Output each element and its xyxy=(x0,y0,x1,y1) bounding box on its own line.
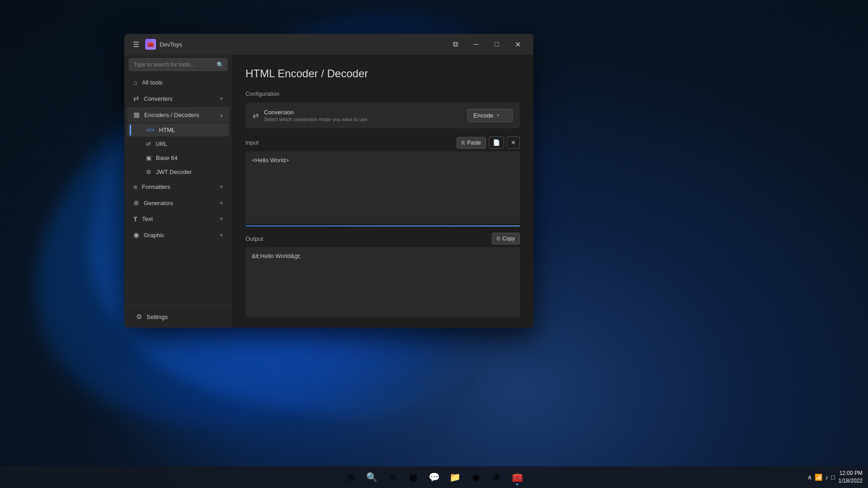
close-button[interactable]: ✕ xyxy=(507,37,528,52)
system-tray-icons: ∧ 📶 ♪ □ xyxy=(807,474,835,481)
output-section: Output ⎘ Copy &lt;Hello World&gt; xyxy=(245,233,520,317)
logo-icon: 🧰 xyxy=(147,41,154,47)
formatters-label: Formatters xyxy=(142,183,170,190)
sidebar-item-url[interactable]: ⇄ URL xyxy=(127,137,229,150)
widgets-button[interactable]: ▦ xyxy=(404,468,422,486)
devtoys-button[interactable]: 🧰 xyxy=(508,468,526,486)
formatters-chevron: ▾ xyxy=(220,184,223,190)
expand-tray-icon[interactable]: ∧ xyxy=(807,474,812,481)
window-controls: ⧉ ─ □ ✕ xyxy=(445,37,528,52)
start-button[interactable]: ⊞ xyxy=(342,468,360,486)
main-content: HTML Encoder / Decoder Configuration ⇄ C… xyxy=(232,55,533,328)
taskbar-search-icon: 🔍 xyxy=(366,472,377,483)
dropdown-chevron-icon: ▾ xyxy=(497,113,500,118)
open-file-button[interactable]: 📄 xyxy=(489,136,504,149)
task-view-button[interactable]: ⧉ xyxy=(383,468,401,486)
input-actions: ⎘ Paste 📄 ✕ xyxy=(457,136,520,149)
sidebar: 🔍 ⌂ All tools ⇄ Converters ▾ ▦ Encoders … xyxy=(124,55,232,328)
conversion-icon: ⇄ xyxy=(253,111,259,120)
app-logo: 🧰 xyxy=(145,39,156,50)
html-label: HTML xyxy=(159,127,175,133)
input-label: Input xyxy=(245,139,457,146)
sidebar-item-converters[interactable]: ⇄ Converters ▾ xyxy=(127,91,229,106)
clock[interactable]: 12:00 PM 1/18/2022 xyxy=(839,469,863,485)
encoders-chevron: ▴ xyxy=(220,112,223,118)
explorer-button[interactable]: 📁 xyxy=(446,468,464,486)
sidebar-item-jwt-decoder[interactable]: ⚙ JWT Decoder xyxy=(127,165,229,178)
app-title: DevToys xyxy=(160,41,445,48)
converters-icon: ⇄ xyxy=(133,94,139,103)
base64-icon: ▣ xyxy=(146,155,151,161)
sidebar-item-generators[interactable]: ⊕ Generators ▾ xyxy=(127,195,229,211)
output-header: Output ⎘ Copy xyxy=(245,233,520,244)
menu-button[interactable]: ☰ xyxy=(130,38,142,51)
copy-button[interactable]: ⎘ Copy xyxy=(492,233,520,244)
sidebar-item-text[interactable]: T Text ▾ xyxy=(127,211,229,226)
date-display: 1/18/2022 xyxy=(839,477,863,485)
input-header: Input ⎘ Paste 📄 ✕ xyxy=(245,136,520,149)
conversion-info: Conversion Select which conversion mode … xyxy=(264,109,467,122)
sidebar-bottom: ⚙ Settings xyxy=(124,305,232,328)
converters-label: Converters xyxy=(144,95,173,102)
edge-icon: ◉ xyxy=(472,472,480,483)
minimize-icon: ─ xyxy=(473,40,478,48)
encode-decode-dropdown[interactable]: Encode ▾ xyxy=(467,109,513,122)
encoders-icon: ▦ xyxy=(133,111,140,119)
taskbar-center: ⊞ 🔍 ⧉ ▦ 💬 📁 ◉ ⊕ 🧰 xyxy=(342,468,526,486)
sidebar-item-encoders-decoders[interactable]: ▦ Encoders / Decoders ▴ xyxy=(127,107,229,122)
input-textarea[interactable]: <Hello World> xyxy=(245,151,520,224)
generators-icon: ⊕ xyxy=(133,199,139,207)
base64-label: Base 64 xyxy=(156,155,178,161)
search-button[interactable]: 🔍 xyxy=(363,468,381,486)
search-input[interactable] xyxy=(129,58,227,71)
store-button[interactable]: ⊕ xyxy=(487,468,505,486)
sidebar-item-graphic[interactable]: ◉ Graphic ▾ xyxy=(127,227,229,243)
app-body: 🔍 ⌂ All tools ⇄ Converters ▾ ▦ Encoders … xyxy=(124,55,533,328)
text-chevron: ▾ xyxy=(220,216,223,222)
snap-button[interactable]: ⧉ xyxy=(445,37,466,52)
conversion-title: Conversion xyxy=(264,109,467,116)
title-bar: ☰ 🧰 DevToys ⧉ ─ □ ✕ xyxy=(124,34,533,55)
url-label: URL xyxy=(156,141,167,147)
formatters-icon: ≡ xyxy=(133,183,137,191)
page-title: HTML Encoder / Decoder xyxy=(245,67,520,80)
conversion-desc: Select which conversion mode you want to… xyxy=(264,117,467,122)
output-label: Output xyxy=(245,235,492,242)
clear-icon: ✕ xyxy=(511,139,516,146)
explorer-icon: 📁 xyxy=(449,472,461,483)
sidebar-item-base64[interactable]: ▣ Base 64 xyxy=(127,151,229,164)
clear-input-button[interactable]: ✕ xyxy=(507,136,520,149)
taskbar: ⊞ 🔍 ⧉ ▦ 💬 📁 ◉ ⊕ 🧰 ∧ 📶 ♪ xyxy=(0,466,868,488)
input-border xyxy=(245,225,520,226)
chat-icon: 💬 xyxy=(429,472,440,483)
dropdown-value: Encode xyxy=(473,112,493,119)
menu-icon: ☰ xyxy=(133,40,139,49)
chat-button[interactable]: 💬 xyxy=(425,468,443,486)
widgets-icon: ▦ xyxy=(409,472,418,483)
sidebar-item-settings[interactable]: ⚙ Settings xyxy=(130,309,226,324)
sidebar-item-all-tools[interactable]: ⌂ All tools xyxy=(127,75,229,90)
generators-chevron: ▾ xyxy=(220,200,223,206)
time-display: 12:00 PM xyxy=(839,469,863,477)
sidebar-item-formatters[interactable]: ≡ Formatters ▾ xyxy=(127,179,229,194)
converters-chevron: ▾ xyxy=(220,96,223,102)
battery-icon[interactable]: □ xyxy=(831,474,835,481)
output-value: &lt;Hello World&gt; xyxy=(252,253,301,259)
edge-button[interactable]: ◉ xyxy=(467,468,485,486)
task-view-icon: ⧉ xyxy=(390,473,395,481)
conversion-control: Encode ▾ xyxy=(467,109,513,122)
volume-icon[interactable]: ♪ xyxy=(825,474,828,481)
sidebar-item-html[interactable]: </> HTML xyxy=(127,123,229,136)
paste-button[interactable]: ⎘ Paste xyxy=(457,137,486,149)
maximize-button[interactable]: □ xyxy=(486,37,507,52)
snap-icon: ⧉ xyxy=(453,40,458,48)
all-tools-label: All tools xyxy=(142,79,163,86)
output-area: &lt;Hello World&gt; xyxy=(245,247,520,317)
minimize-button[interactable]: ─ xyxy=(466,37,486,52)
settings-label: Settings xyxy=(146,314,168,320)
jwt-label: JWT Decoder xyxy=(156,169,192,175)
copy-label: Copy xyxy=(502,235,515,242)
network-icon[interactable]: 📶 xyxy=(815,474,822,481)
graphic-chevron: ▾ xyxy=(220,232,223,238)
url-icon: ⇄ xyxy=(146,141,151,147)
